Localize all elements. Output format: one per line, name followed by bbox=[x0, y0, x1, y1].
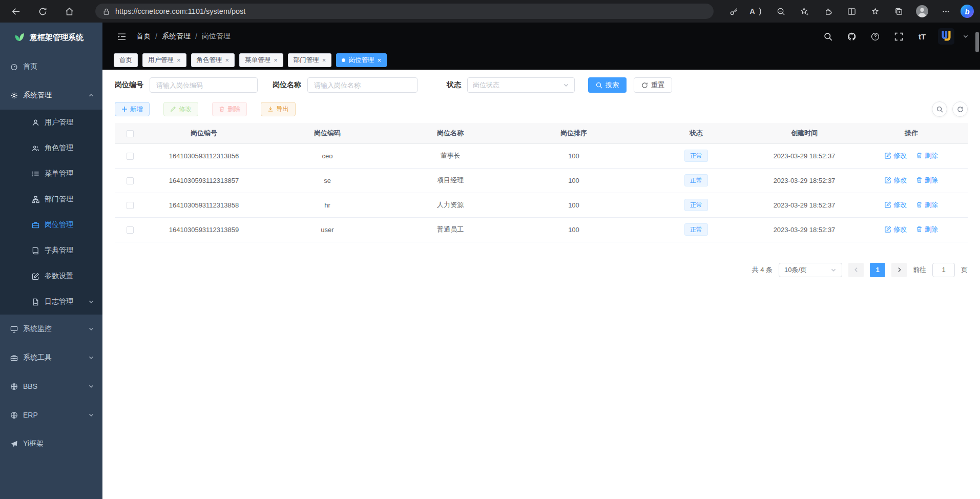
browser-home-icon[interactable] bbox=[60, 3, 78, 20]
total-count: 共 4 条 bbox=[752, 265, 773, 275]
sidebar-item-param-settings[interactable]: 参数设置 bbox=[0, 263, 102, 289]
row-edit-link[interactable]: 修改 bbox=[885, 200, 907, 210]
close-tab-icon[interactable]: × bbox=[322, 57, 326, 64]
browser-profile-icon[interactable] bbox=[913, 3, 931, 20]
sidebar-item-system-mgmt[interactable]: 系统管理 bbox=[0, 81, 102, 110]
bing-copilot-icon[interactable]: b bbox=[961, 5, 974, 18]
row-delete-link[interactable]: 删除 bbox=[916, 200, 938, 210]
close-tab-icon[interactable]: × bbox=[274, 57, 278, 64]
status-select[interactable]: 岗位状态 bbox=[467, 77, 575, 93]
collections-icon[interactable] bbox=[890, 3, 907, 20]
sidebar-item-role-mgmt[interactable]: 角色管理 bbox=[0, 135, 102, 161]
sidebar-item-menu-mgmt[interactable]: 菜单管理 bbox=[0, 161, 102, 186]
app-title: 意框架管理系统 bbox=[30, 33, 84, 43]
sidebar-item-system-tools[interactable]: 系统工具 bbox=[0, 343, 102, 372]
close-tab-icon[interactable]: × bbox=[225, 57, 230, 64]
page-size-select[interactable]: 10条/页 bbox=[779, 263, 842, 277]
prev-page-button[interactable] bbox=[848, 263, 864, 277]
main-area: 首页 / 系统管理 / 岗位管理 tT 首页 用户管理× 角色管理× 菜单管理× bbox=[102, 23, 980, 499]
row-edit-link[interactable]: 修改 bbox=[885, 151, 907, 160]
row-edit-link[interactable]: 修改 bbox=[885, 225, 907, 234]
close-tab-icon[interactable]: × bbox=[377, 57, 381, 64]
close-tab-icon[interactable]: × bbox=[177, 57, 181, 64]
paper-plane-icon bbox=[10, 440, 18, 448]
toggle-search-button[interactable] bbox=[932, 101, 947, 117]
sidebar-toggle-icon[interactable] bbox=[114, 29, 129, 44]
sidebar-item-post-mgmt[interactable]: 岗位管理 bbox=[0, 212, 102, 238]
github-icon[interactable] bbox=[844, 29, 859, 44]
search-button[interactable]: 搜索 bbox=[588, 77, 627, 93]
extensions-puzzle-icon[interactable] bbox=[819, 3, 837, 20]
sidebar-item-dept-mgmt[interactable]: 部门管理 bbox=[0, 186, 102, 212]
breadcrumb-system-mgmt[interactable]: 系统管理 bbox=[162, 32, 191, 41]
tab-post-mgmt-active[interactable]: 岗位管理× bbox=[336, 53, 387, 67]
sidebar-item-bbs[interactable]: BBS bbox=[0, 372, 102, 401]
sidebar-menu: 首页 系统管理 用户管理 角色管理 菜单管理 bbox=[0, 52, 102, 499]
font-size-icon[interactable]: tT bbox=[914, 29, 930, 44]
split-screen-icon[interactable] bbox=[843, 3, 860, 20]
sidebar-item-yi-framework[interactable]: Yi框架 bbox=[0, 429, 102, 458]
app-header: 首页 / 系统管理 / 岗位管理 tT bbox=[102, 23, 980, 50]
post-code-input[interactable] bbox=[150, 77, 258, 93]
row-delete-link[interactable]: 删除 bbox=[916, 151, 938, 160]
password-key-icon[interactable] bbox=[725, 3, 742, 20]
delete-button[interactable]: 删除 bbox=[212, 102, 247, 116]
goto-page-input[interactable] bbox=[932, 263, 955, 277]
page-1-button[interactable]: 1 bbox=[870, 263, 885, 277]
read-aloud-icon[interactable]: A bbox=[748, 3, 766, 20]
site-lock-icon[interactable] bbox=[102, 8, 110, 15]
row-checkbox[interactable] bbox=[127, 202, 134, 209]
page-scrollbar-thumb[interactable] bbox=[975, 32, 979, 52]
page-size-value: 10条/页 bbox=[784, 265, 807, 275]
sidebar-item-erp[interactable]: ERP bbox=[0, 401, 102, 429]
help-icon[interactable] bbox=[867, 29, 883, 44]
header-search-icon[interactable] bbox=[820, 29, 836, 44]
post-name-input[interactable] bbox=[307, 77, 418, 93]
user-icon bbox=[32, 119, 39, 127]
sidebar-item-dict-mgmt[interactable]: 字典管理 bbox=[0, 238, 102, 263]
tab-menu-mgmt[interactable]: 菜单管理× bbox=[239, 53, 283, 67]
row-delete-link[interactable]: 删除 bbox=[916, 225, 938, 234]
add-favorite-star-icon[interactable] bbox=[796, 3, 813, 20]
add-button[interactable]: 新增 bbox=[115, 102, 150, 116]
export-button[interactable]: 导出 bbox=[261, 102, 296, 116]
col-post-code: 岗位编码 bbox=[263, 123, 392, 143]
tab-user-mgmt[interactable]: 用户管理× bbox=[142, 53, 186, 67]
row-delete-link[interactable]: 删除 bbox=[916, 176, 938, 185]
breadcrumb-home[interactable]: 首页 bbox=[136, 32, 151, 41]
select-all-checkbox[interactable] bbox=[127, 130, 134, 137]
filter-bar: 岗位编号 岗位名称 状态 岗位状态 搜索 重置 bbox=[115, 77, 968, 93]
sidebar-item-home[interactable]: 首页 bbox=[0, 52, 102, 81]
edit-button[interactable]: 修改 bbox=[163, 102, 198, 116]
chevron-down-icon bbox=[88, 299, 94, 305]
app-logo[interactable]: 意框架管理系统 bbox=[0, 23, 102, 52]
tab-home[interactable]: 首页 bbox=[114, 53, 138, 67]
address-bar[interactable]: https://ccnetcore.com:1101/system/post bbox=[95, 4, 714, 19]
refresh-table-button[interactable] bbox=[952, 101, 968, 117]
row-checkbox[interactable] bbox=[127, 153, 134, 160]
tab-role-mgmt[interactable]: 角色管理× bbox=[191, 53, 235, 67]
fullscreen-icon[interactable] bbox=[891, 29, 906, 44]
goto-label: 前往 bbox=[913, 265, 926, 275]
next-page-button[interactable] bbox=[891, 263, 907, 277]
zoom-out-icon[interactable] bbox=[772, 3, 789, 20]
user-avatar[interactable] bbox=[938, 28, 954, 45]
page-content: 岗位编号 岗位名称 状态 岗位状态 搜索 重置 新增 修改 删除 导出 bbox=[102, 70, 980, 499]
url-text: https://ccnetcore.com:1101/system/post bbox=[115, 7, 245, 15]
browser-menu-ellipsis-icon[interactable] bbox=[937, 3, 954, 20]
tab-dept-mgmt[interactable]: 部门管理× bbox=[288, 53, 332, 67]
users-icon bbox=[32, 144, 39, 152]
back-icon[interactable] bbox=[7, 3, 25, 20]
user-menu-caret-icon[interactable] bbox=[963, 33, 969, 39]
row-edit-link[interactable]: 修改 bbox=[885, 176, 907, 185]
chevron-down-icon bbox=[830, 267, 837, 273]
sidebar-item-log-mgmt[interactable]: 日志管理 bbox=[0, 289, 102, 315]
status-badge: 正常 bbox=[684, 199, 708, 211]
sidebar-item-system-monitor[interactable]: 系统监控 bbox=[0, 315, 102, 343]
row-checkbox[interactable] bbox=[127, 177, 134, 184]
reload-icon[interactable] bbox=[34, 3, 51, 20]
reset-button[interactable]: 重置 bbox=[634, 77, 672, 93]
favorites-icon[interactable] bbox=[866, 3, 884, 20]
row-checkbox[interactable] bbox=[127, 226, 134, 234]
sidebar-item-user-mgmt[interactable]: 用户管理 bbox=[0, 110, 102, 135]
